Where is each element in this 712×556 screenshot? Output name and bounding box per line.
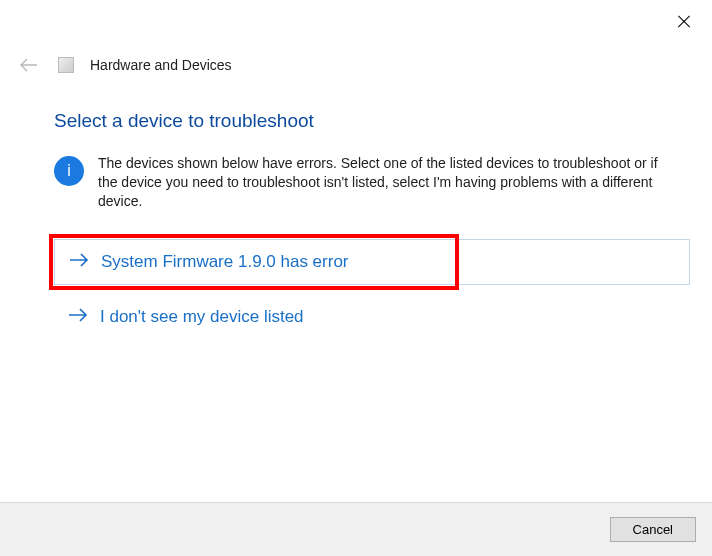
info-section: i The devices shown below have errors. S… (54, 154, 690, 211)
info-icon: i (54, 156, 84, 186)
header: Hardware and Devices (20, 56, 232, 74)
back-arrow-icon (20, 56, 38, 74)
option-label: System Firmware 1.9.0 has error (101, 252, 349, 272)
cancel-button[interactable]: Cancel (610, 517, 696, 542)
footer: Cancel (0, 502, 712, 556)
option-label: I don't see my device listed (100, 307, 304, 327)
info-text: The devices shown below have errors. Sel… (98, 154, 690, 211)
page-heading: Select a device to troubleshoot (54, 110, 690, 132)
window-title: Hardware and Devices (90, 57, 232, 73)
arrow-right-icon (68, 308, 88, 326)
close-button[interactable] (676, 14, 692, 30)
arrow-right-icon (69, 253, 89, 271)
device-option-firmware[interactable]: System Firmware 1.9.0 has error (54, 239, 690, 285)
device-option-not-listed[interactable]: I don't see my device listed (54, 295, 690, 339)
hardware-devices-icon (58, 57, 74, 73)
